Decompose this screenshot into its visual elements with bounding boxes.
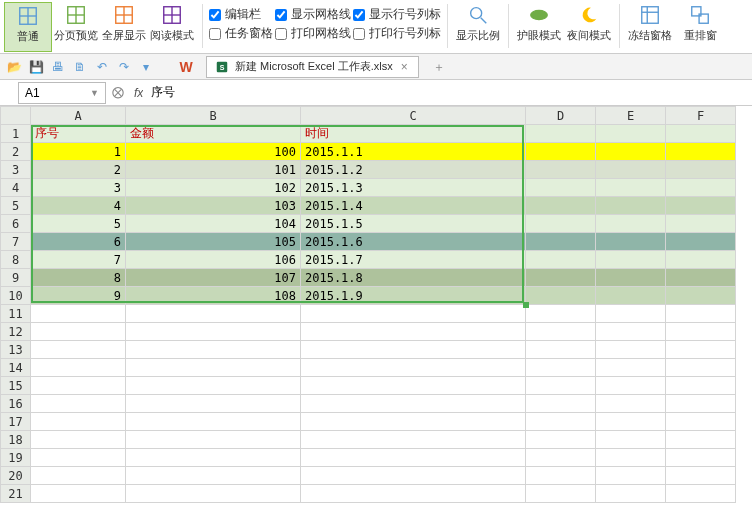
cell-E7[interactable] [596,233,666,251]
cell-F17[interactable] [666,413,736,431]
cell-E21[interactable] [596,485,666,503]
col-header-E[interactable]: E [596,107,666,125]
row-header-9[interactable]: 9 [1,269,31,287]
row-header-4[interactable]: 4 [1,179,31,197]
fx-icon[interactable]: fx [134,86,143,100]
checkbox-input[interactable] [275,9,287,21]
checkbox-checks_col1-1[interactable]: 任务窗格 [209,25,273,42]
cell-A10[interactable]: 9 [31,287,126,305]
cell-C2[interactable]: 2015.1.1 [301,143,526,161]
cell-E18[interactable] [596,431,666,449]
cell-C12[interactable] [301,323,526,341]
cell-A18[interactable] [31,431,126,449]
row-header-10[interactable]: 10 [1,287,31,305]
freeze-button[interactable]: 冻结窗格 [626,2,674,52]
checkbox-checks_col3-0[interactable]: 显示行号列标 [353,6,441,23]
row-header-15[interactable]: 15 [1,377,31,395]
cell-A20[interactable] [31,467,126,485]
cell-B21[interactable] [126,485,301,503]
view-mode-0[interactable]: 普通 [4,2,52,52]
cell-C3[interactable]: 2015.1.2 [301,161,526,179]
cell-B13[interactable] [126,341,301,359]
open-icon[interactable]: 📂 [6,59,22,75]
cell-B5[interactable]: 103 [126,197,301,215]
cell-C11[interactable] [301,305,526,323]
row-header-20[interactable]: 20 [1,467,31,485]
cell-C16[interactable] [301,395,526,413]
cell-D6[interactable] [526,215,596,233]
cell-A4[interactable]: 3 [31,179,126,197]
cell-F1[interactable] [666,125,736,143]
cell-D8[interactable] [526,251,596,269]
cell-A16[interactable] [31,395,126,413]
view-mode-1[interactable]: 分页预览 [52,2,100,52]
cell-F6[interactable] [666,215,736,233]
row-header-14[interactable]: 14 [1,359,31,377]
cell-A5[interactable]: 4 [31,197,126,215]
cell-D10[interactable] [526,287,596,305]
cell-E19[interactable] [596,449,666,467]
cell-F20[interactable] [666,467,736,485]
row-header-6[interactable]: 6 [1,215,31,233]
dropdown-icon[interactable]: ▼ [90,88,99,98]
cell-D1[interactable] [526,125,596,143]
cell-C5[interactable]: 2015.1.4 [301,197,526,215]
row-header-5[interactable]: 5 [1,197,31,215]
cell-B17[interactable] [126,413,301,431]
cell-F21[interactable] [666,485,736,503]
cell-B10[interactable]: 108 [126,287,301,305]
cell-E16[interactable] [596,395,666,413]
rearrange-button[interactable]: 重排窗 [676,2,724,52]
col-header-D[interactable]: D [526,107,596,125]
cell-C15[interactable] [301,377,526,395]
checkbox-input[interactable] [275,28,287,40]
cell-F9[interactable] [666,269,736,287]
cell-B3[interactable]: 101 [126,161,301,179]
cell-A19[interactable] [31,449,126,467]
cell-F3[interactable] [666,161,736,179]
cancel-icon[interactable]: ⨂ [112,85,128,101]
cell-A2[interactable]: 1 [31,143,126,161]
cell-A13[interactable] [31,341,126,359]
night-button[interactable]: 夜间模式 [565,2,613,52]
cell-D16[interactable] [526,395,596,413]
cell-A7[interactable]: 6 [31,233,126,251]
cell-D21[interactable] [526,485,596,503]
checkbox-checks_col1-0[interactable]: 编辑栏 [209,6,273,23]
cell-B19[interactable] [126,449,301,467]
cell-C4[interactable]: 2015.1.3 [301,179,526,197]
cell-C17[interactable] [301,413,526,431]
cell-E17[interactable] [596,413,666,431]
cell-C9[interactable]: 2015.1.8 [301,269,526,287]
cell-C19[interactable] [301,449,526,467]
undo-icon[interactable]: ↶ [94,59,110,75]
cell-E11[interactable] [596,305,666,323]
cell-F18[interactable] [666,431,736,449]
cell-B4[interactable]: 102 [126,179,301,197]
checkbox-checks_col2-0[interactable]: 显示网格线 [275,6,351,23]
cell-C8[interactable]: 2015.1.7 [301,251,526,269]
cell-E12[interactable] [596,323,666,341]
cell-C18[interactable] [301,431,526,449]
cell-B9[interactable]: 107 [126,269,301,287]
cell-B18[interactable] [126,431,301,449]
cell-C13[interactable] [301,341,526,359]
cell-E15[interactable] [596,377,666,395]
cell-F19[interactable] [666,449,736,467]
cell-B20[interactable] [126,467,301,485]
cell-E13[interactable] [596,341,666,359]
row-header-7[interactable]: 7 [1,233,31,251]
row-header-11[interactable]: 11 [1,305,31,323]
cell-F4[interactable] [666,179,736,197]
checkbox-input[interactable] [353,28,365,40]
cell-F11[interactable] [666,305,736,323]
cell-F2[interactable] [666,143,736,161]
redo-icon[interactable]: ↷ [116,59,132,75]
cell-B14[interactable] [126,359,301,377]
col-header-C[interactable]: C [301,107,526,125]
cell-A11[interactable] [31,305,126,323]
cell-F10[interactable] [666,287,736,305]
view-mode-3[interactable]: 阅读模式 [148,2,196,52]
row-header-19[interactable]: 19 [1,449,31,467]
col-header-F[interactable]: F [666,107,736,125]
